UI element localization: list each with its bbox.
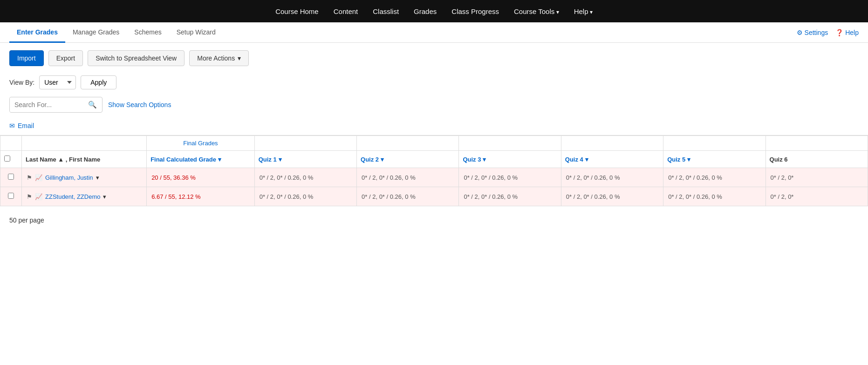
settings-link[interactable]: ⚙ Settings [797, 29, 828, 36]
student-name-link[interactable]: ZZStudent, ZZDemo [45, 193, 100, 200]
row-quiz2-cell: 0* / 2, 0* / 0.26, 0 % [357, 187, 459, 206]
search-row: 🔍 Show Search Options [0, 95, 868, 120]
row-name-cell: ⚑ 📈 Gillingham, Justin ▾ [22, 168, 147, 187]
header-right-actions: ⚙ Settings ❓ Help [797, 29, 859, 36]
final-grades-group-header: Final Grades [147, 136, 255, 151]
quiz3-group-header [459, 136, 561, 151]
sort-quiz5-chevron-icon: ▾ [687, 156, 690, 163]
quiz4-value: 0* / 2, 0* / 0.26, 0 % [566, 193, 620, 200]
nav-content[interactable]: Content [334, 7, 358, 15]
search-input[interactable] [10, 98, 84, 112]
help-link[interactable]: ❓ Help [835, 29, 859, 36]
top-nav: Course Home Content Classlist Grades Cla… [0, 0, 868, 22]
row-quiz5-cell: 0* / 2, 0* / 0.26, 0 % [663, 187, 765, 206]
view-by-label: View By: [9, 79, 34, 86]
row-checkbox-cell [0, 187, 22, 206]
table-row: ⚑ 📈 ZZStudent, ZZDemo ▾ 6.67 / 55, 12.12… [0, 187, 868, 206]
sort-quiz3-button[interactable]: Quiz 3 ▾ [463, 156, 557, 163]
sort-quiz1-chevron-icon: ▾ [279, 156, 282, 163]
header-final-grade-col: Final Calculated Grade ▾ [147, 151, 255, 168]
row-checkbox-cell [0, 168, 22, 187]
quiz5-value: 0* / 2, 0* / 0.26, 0 % [668, 174, 722, 181]
nav-classlist[interactable]: Classlist [373, 7, 399, 15]
header-quiz6-col: Quiz 6 [765, 151, 868, 168]
row-quiz1-cell: 0* / 2, 0* / 0.26, 0 % [254, 168, 356, 187]
export-button[interactable]: Export [48, 50, 83, 66]
quiz3-value: 0* / 2, 0* / 0.26, 0 % [464, 174, 518, 181]
row-final-grade-cell: 20 / 55, 36.36 % [147, 168, 255, 187]
header-name-spacer [22, 136, 147, 151]
select-all-checkbox[interactable] [4, 155, 10, 162]
row-expand-icon[interactable]: ▾ [96, 174, 99, 181]
final-grade-value: 6.67 / 55, 12.12 % [151, 193, 201, 200]
tab-manage-grades[interactable]: Manage Grades [65, 23, 127, 43]
chevron-down-icon: ▾ [238, 54, 241, 62]
header-check-spacer [0, 136, 22, 151]
email-section: ✉ Email [0, 120, 868, 135]
quiz1-group-header [254, 136, 356, 151]
more-actions-button[interactable]: More Actions ▾ [189, 50, 249, 66]
import-button[interactable]: Import [9, 50, 44, 66]
switch-spreadsheet-button[interactable]: Switch to Spreadsheet View [88, 50, 185, 66]
nav-grades[interactable]: Grades [414, 7, 437, 15]
quiz2-value: 0* / 2, 0* / 0.26, 0 % [362, 193, 416, 200]
sort-quiz4-button[interactable]: Quiz 4 ▾ [565, 156, 659, 163]
table-header-group: Final Grades [0, 136, 868, 151]
flag-icon: ⚑ [27, 193, 32, 200]
per-page-label: 50 per page [9, 216, 44, 224]
sub-tabs: Enter Grades Manage Grades Schemes Setup… [0, 22, 868, 43]
row-checkbox-0[interactable] [8, 174, 14, 180]
search-icon: 🔍 [88, 101, 97, 108]
sort-final-grade-button[interactable]: Final Calculated Grade ▾ [150, 156, 251, 163]
header-name-col: Last Name ▲ , First Name [22, 151, 147, 168]
show-search-options-link[interactable]: Show Search Options [108, 101, 171, 108]
header-quiz3-col: Quiz 3 ▾ [459, 151, 561, 168]
gear-icon: ⚙ [797, 29, 803, 36]
row-expand-icon[interactable]: ▾ [103, 193, 106, 200]
quiz1-value: 0* / 2, 0* / 0.26, 0 % [260, 174, 314, 181]
sort-quiz1-button[interactable]: Quiz 1 ▾ [259, 156, 353, 163]
row-quiz4-cell: 0* / 2, 0* / 0.26, 0 % [561, 187, 663, 206]
grades-table: Final Grades Last Name ▲ , First Name [0, 135, 868, 206]
tab-enter-grades[interactable]: Enter Grades [9, 23, 65, 43]
tab-setup-wizard[interactable]: Setup Wizard [169, 23, 223, 43]
final-grade-value: 20 / 55, 36.36 % [151, 174, 196, 181]
quiz2-value: 0* / 2, 0* / 0.26, 0 % [362, 174, 416, 181]
apply-button[interactable]: Apply [81, 75, 116, 89]
nav-course-home[interactable]: Course Home [275, 7, 319, 15]
nav-course-tools[interactable]: Course Tools [514, 7, 559, 15]
sort-quiz2-button[interactable]: Quiz 2 ▾ [361, 156, 455, 163]
email-icon: ✉ [9, 122, 15, 129]
quiz4-group-header [561, 136, 663, 151]
search-button[interactable]: 🔍 [84, 97, 101, 112]
row-quiz6-cell: 0* / 2, 0* [765, 168, 868, 187]
row-quiz3-cell: 0* / 2, 0* / 0.26, 0 % [459, 187, 561, 206]
nav-class-progress[interactable]: Class Progress [451, 7, 499, 15]
quiz6-group-header [765, 136, 868, 151]
student-name-link[interactable]: Gillingham, Justin [45, 174, 93, 181]
row-final-grade-cell: 6.67 / 55, 12.12 % [147, 187, 255, 206]
quiz2-group-header [357, 136, 459, 151]
row-quiz2-cell: 0* / 2, 0* / 0.26, 0 % [357, 168, 459, 187]
header-quiz4-col: Quiz 4 ▾ [561, 151, 663, 168]
row-checkbox-1[interactable] [8, 193, 14, 199]
sort-quiz3-chevron-icon: ▾ [483, 156, 486, 163]
quiz5-value: 0* / 2, 0* / 0.26, 0 % [668, 193, 722, 200]
sort-quiz4-chevron-icon: ▾ [585, 156, 588, 163]
email-link[interactable]: ✉ Email [9, 122, 859, 129]
view-by-row: View By: User Group Apply [0, 74, 868, 95]
trend-icon: 📈 [35, 193, 42, 200]
row-quiz5-cell: 0* / 2, 0* / 0.26, 0 % [663, 168, 765, 187]
tab-schemes[interactable]: Schemes [127, 23, 169, 43]
row-quiz6-cell: 0* / 2, 0* [765, 187, 868, 206]
sort-quiz5-button[interactable]: Quiz 5 ▾ [667, 156, 761, 163]
nav-help[interactable]: Help [574, 7, 593, 15]
help-icon: ❓ [835, 29, 843, 36]
quiz6-value: 0* / 2, 0* [771, 193, 794, 200]
view-by-select[interactable]: User Group [39, 75, 76, 89]
sort-name-button[interactable]: Last Name ▲ , First Name [26, 156, 143, 163]
row-quiz3-cell: 0* / 2, 0* / 0.26, 0 % [459, 168, 561, 187]
header-quiz2-col: Quiz 2 ▾ [357, 151, 459, 168]
table-row: ⚑ 📈 Gillingham, Justin ▾ 20 / 55, 36.36 … [0, 168, 868, 187]
row-quiz4-cell: 0* / 2, 0* / 0.26, 0 % [561, 168, 663, 187]
